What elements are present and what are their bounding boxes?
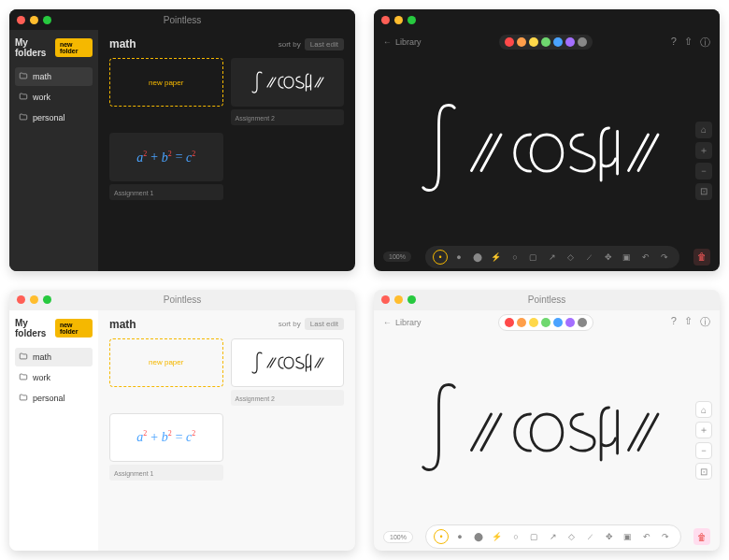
- color-orange[interactable]: [517, 37, 526, 47]
- zoom-indicator[interactable]: 100%: [383, 531, 413, 543]
- paper-thumb-integral[interactable]: Assignment 2: [231, 58, 345, 125]
- help-icon[interactable]: ?: [671, 36, 677, 50]
- pen-small-tool[interactable]: •: [433, 250, 448, 265]
- info-icon[interactable]: ⓘ: [700, 315, 710, 329]
- color-blue[interactable]: [553, 318, 563, 327]
- traffic-lights[interactable]: [17, 16, 51, 24]
- sidebar-item-work[interactable]: work: [15, 88, 93, 107]
- drawing-canvas[interactable]: ⌂ ＋ － ⊡: [374, 54, 720, 243]
- ruler-tool[interactable]: ⟋: [582, 250, 597, 265]
- minimize-icon[interactable]: [30, 295, 38, 304]
- move-tool[interactable]: ✥: [601, 250, 616, 265]
- close-icon[interactable]: [381, 16, 390, 24]
- color-palette[interactable]: [499, 35, 593, 50]
- trash-button[interactable]: 🗑: [693, 528, 710, 545]
- sidebar-item-personal[interactable]: personal: [15, 389, 93, 408]
- new-folder-button[interactable]: new folder: [55, 319, 93, 337]
- move-tool[interactable]: ✥: [602, 529, 617, 544]
- color-orange[interactable]: [517, 318, 526, 327]
- sidebar-item-personal[interactable]: personal: [15, 108, 93, 127]
- undo-button[interactable]: ↶: [639, 529, 654, 544]
- pen-large-tool[interactable]: ⬤: [471, 529, 486, 544]
- color-palette[interactable]: [498, 314, 593, 331]
- drawing-canvas[interactable]: ⌂ ＋ － ⊡: [374, 335, 720, 524]
- color-yellow[interactable]: [529, 318, 538, 327]
- color-purple[interactable]: [565, 318, 575, 327]
- redo-button[interactable]: ↷: [657, 250, 672, 265]
- square-tool[interactable]: ▢: [527, 529, 542, 544]
- home-icon[interactable]: ⌂: [695, 401, 712, 418]
- traffic-lights[interactable]: [381, 295, 416, 304]
- paper-thumb-pythagoras[interactable]: a2+b2=c2 Assignment 1: [109, 413, 223, 481]
- info-icon[interactable]: ⓘ: [700, 36, 710, 50]
- select-tool[interactable]: ▣: [620, 250, 635, 265]
- minimize-icon[interactable]: [394, 295, 403, 304]
- pen-medium-tool[interactable]: ●: [451, 250, 466, 265]
- sort-control[interactable]: sort by Last edit: [279, 38, 344, 50]
- color-yellow[interactable]: [529, 37, 538, 47]
- sidebar-item-math[interactable]: math: [15, 348, 93, 366]
- maximize-icon[interactable]: [407, 16, 416, 24]
- lightning-tool[interactable]: ⚡: [489, 250, 504, 265]
- fit-icon[interactable]: ⊡: [695, 183, 712, 200]
- share-icon[interactable]: ⇧: [684, 315, 693, 329]
- help-icon[interactable]: ?: [671, 315, 677, 329]
- pen-medium-tool[interactable]: ●: [452, 529, 467, 544]
- home-icon[interactable]: ⌂: [695, 122, 712, 138]
- color-purple[interactable]: [565, 37, 575, 47]
- new-paper-label: new paper: [149, 79, 183, 87]
- arrow-tool[interactable]: ↗: [545, 250, 560, 265]
- select-tool[interactable]: ▣: [621, 529, 636, 544]
- color-green[interactable]: [541, 37, 550, 47]
- zoom-indicator[interactable]: 100%: [383, 251, 411, 262]
- lightning-tool[interactable]: ⚡: [490, 529, 505, 544]
- traffic-lights[interactable]: [381, 16, 416, 24]
- back-to-library-button[interactable]: ← Library: [383, 37, 422, 47]
- sort-value-button[interactable]: Last edit: [305, 318, 344, 330]
- maximize-icon[interactable]: [407, 295, 416, 304]
- sidebar-item-work[interactable]: work: [15, 368, 93, 387]
- traffic-lights[interactable]: [17, 295, 51, 304]
- eraser-tool[interactable]: ◇: [565, 529, 579, 544]
- maximize-icon[interactable]: [43, 295, 51, 304]
- sidebar-item-math[interactable]: math: [15, 67, 93, 86]
- new-folder-button[interactable]: new folder: [55, 38, 93, 57]
- trash-button[interactable]: 🗑: [693, 249, 710, 266]
- ruler-tool[interactable]: ⟋: [583, 529, 598, 544]
- color-red[interactable]: [505, 37, 514, 47]
- circle-tool[interactable]: ○: [507, 250, 522, 265]
- color-gray[interactable]: [578, 318, 587, 327]
- close-icon[interactable]: [17, 295, 25, 304]
- back-to-library-button[interactable]: ← Library: [383, 318, 422, 327]
- eraser-tool[interactable]: ◇: [564, 250, 579, 265]
- color-red[interactable]: [505, 318, 514, 327]
- new-paper-button[interactable]: new paper: [109, 338, 223, 406]
- circle-tool[interactable]: ○: [508, 529, 523, 544]
- zoom-out-icon[interactable]: －: [695, 163, 712, 179]
- pen-small-tool[interactable]: •: [434, 529, 449, 544]
- folder-icon: [19, 71, 28, 82]
- zoom-in-icon[interactable]: ＋: [695, 142, 712, 159]
- new-paper-button[interactable]: new paper: [109, 58, 223, 125]
- zoom-out-icon[interactable]: －: [695, 442, 712, 459]
- pen-large-tool[interactable]: ⬤: [470, 250, 485, 265]
- maximize-icon[interactable]: [43, 16, 51, 24]
- color-blue[interactable]: [553, 37, 563, 47]
- undo-button[interactable]: ↶: [638, 250, 653, 265]
- color-green[interactable]: [541, 318, 550, 327]
- close-icon[interactable]: [381, 295, 390, 304]
- paper-thumb-integral[interactable]: Assignment 2: [231, 338, 345, 406]
- square-tool[interactable]: ▢: [526, 250, 541, 265]
- close-icon[interactable]: [17, 16, 25, 24]
- sort-control[interactable]: sort by Last edit: [279, 318, 344, 330]
- color-gray[interactable]: [578, 37, 587, 47]
- sort-value-button[interactable]: Last edit: [305, 38, 344, 50]
- minimize-icon[interactable]: [30, 16, 38, 24]
- paper-thumb-pythagoras[interactable]: a2+b2=c2 Assignment 1: [109, 133, 223, 200]
- zoom-in-icon[interactable]: ＋: [695, 422, 712, 438]
- fit-icon[interactable]: ⊡: [695, 463, 712, 480]
- share-icon[interactable]: ⇧: [684, 36, 693, 50]
- minimize-icon[interactable]: [394, 16, 403, 24]
- redo-button[interactable]: ↷: [658, 529, 673, 544]
- arrow-tool[interactable]: ↗: [546, 529, 561, 544]
